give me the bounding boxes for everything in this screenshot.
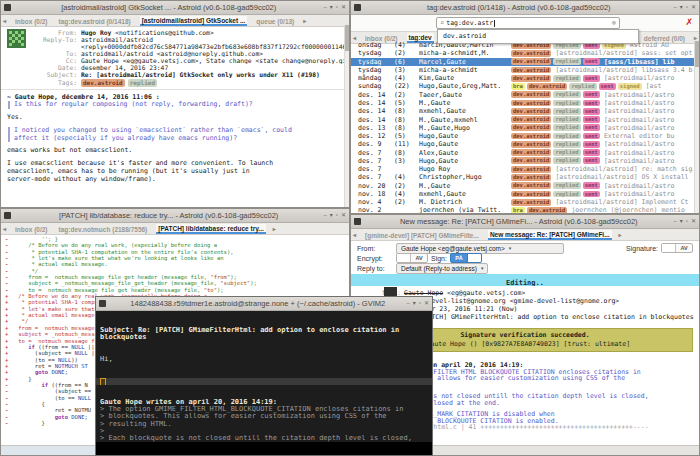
tab-scroll-left-icon[interactable]: ◂ (3, 225, 6, 232)
titlebar[interactable]: [astroidmail/astroid] GtkSocket ... - As… (1, 1, 349, 15)
tag-badge-sent: sent (583, 182, 600, 189)
tab-scroll-right-icon[interactable]: ▸ (694, 34, 697, 41)
tag-badge-sent: sent (583, 58, 600, 65)
thread-row[interactable]: des. 13(8)M.,Gaute,Hugodev.astroidreplie… (351, 124, 699, 132)
vim-command-line (96, 442, 432, 455)
thread-row[interactable]: sundag(22)Hugo,Gaute,Greg,Matt.bradev.as… (351, 82, 699, 90)
shade-icon[interactable]: – (673, 218, 676, 225)
date-value: desember 14, 2016 23:47 (81, 64, 168, 71)
tag-badge-replied: replied (553, 116, 580, 123)
scrollbar[interactable] (694, 41, 699, 213)
signature-toggle[interactable]: AV (661, 243, 693, 253)
thread-row[interactable]: nov. 2joernchen (via Twitt.bradev.astroi… (351, 206, 699, 213)
thread-authors: mxmehl,Gaute (419, 190, 511, 198)
maximize-icon[interactable]: ▫ (686, 4, 688, 11)
tab-dev-astroid[interactable]: tag:dev.astroid (0/1418) (57, 17, 133, 25)
thread-row[interactable]: tysdag(6)Marcel,Gautedev.astroidreplieds… (351, 58, 699, 66)
thread-row[interactable]: des. 7(4)Christopher,Hugodev.astroid[ast… (351, 173, 699, 181)
to-value: gmime-devel-list@gnome.org <gmime-devel-… (404, 297, 619, 305)
maximize-icon[interactable]: ▫ (419, 300, 421, 307)
thread-row[interactable]: des. 14(2)Taeer,Gautedev.astroidreplieds… (351, 91, 699, 99)
thread-date: nov. 2 (358, 206, 394, 213)
tab-scroll-right-icon[interactable]: ▸ (273, 225, 276, 232)
search-input[interactable]: ⌕ tag:dev.astr ⊗ (436, 17, 620, 29)
thread-row[interactable]: tysdag(3)micha-a-schmidtdev.astroid[astr… (351, 66, 699, 74)
thread-row[interactable]: nov. 4(2)M. Dietrichdev.astroid[astroidm… (351, 198, 699, 206)
thread-count: (8) (394, 149, 419, 157)
thread-tags: dev.astroidrepliedsent (511, 108, 602, 115)
tag-badge-replied: replied (553, 141, 580, 148)
minimize-icon[interactable]: ▾ (680, 4, 683, 11)
thread-row[interactable]: des. 14(5)M.,Gautedev.astroidrepliedsent… (351, 99, 699, 107)
tab-scroll-right-icon[interactable]: ▸ (303, 17, 306, 24)
tab-queue[interactable]: queue (0/13) (254, 17, 296, 25)
thread-row[interactable]: tysdag(2)micha-a-schmidt,M.dev.astroid[a… (351, 49, 699, 57)
thread-tags: dev.astroidrepliedsent (511, 100, 602, 107)
tab-inbox[interactable]: inbox (0/2) (13, 225, 50, 233)
thread-tags: dev.astroid (511, 174, 553, 181)
close-icon[interactable]: ✕ (341, 4, 346, 11)
tab-patch-lib-database[interactable]: [PATCH] lib/database: reduce try... (156, 224, 265, 234)
maximize-icon[interactable]: ▫ (336, 212, 338, 219)
scrollbar-thumb[interactable] (695, 41, 699, 67)
tab-scroll-left-icon[interactable]: ◂ (353, 231, 356, 238)
tab-tag-dev-notmuch[interactable]: tag:dev.notmuch (2188/7556) (57, 225, 150, 233)
minimize-icon[interactable]: ▾ (330, 212, 333, 219)
tab-gtksocket-thread[interactable]: [astroidmail/astroid] GtkSocket ... (140, 16, 248, 26)
close-icon[interactable]: ✕ (341, 212, 346, 219)
scrollbar-thumb[interactable] (345, 25, 349, 51)
thread-row[interactable]: des. 7(3)Hugo,Gautedev.astroidrepliedsen… (351, 157, 699, 165)
tab-inbox[interactable]: inbox (0/2) (13, 17, 50, 25)
body-line: emacsclient, emacs has to be running (bu… (7, 168, 343, 176)
maximize-icon[interactable]: ▫ (336, 4, 338, 11)
titlebar[interactable]: 1482488438.r59tdmer1e.astroid@strange.no… (96, 297, 432, 311)
vim-line: > blockquotes. This allows for easier cu… (100, 413, 428, 420)
tab-scroll-right-icon[interactable]: ▸ (619, 231, 622, 238)
shade-icon[interactable]: – (323, 4, 326, 11)
shade-icon[interactable]: – (673, 4, 676, 11)
maximize-icon[interactable]: ▫ (686, 218, 688, 225)
close-icon[interactable]: ✕ (691, 218, 696, 225)
sign-toggle[interactable]: PÅ (450, 253, 482, 263)
titlebar[interactable]: [PATCH] lib/database: reduce try... - As… (1, 209, 349, 223)
minimize-icon[interactable]: ▾ (330, 4, 333, 11)
tab-scroll-left-icon[interactable]: ◂ (3, 17, 6, 24)
date-label: Date: (33, 64, 77, 71)
shade-icon[interactable]: – (323, 212, 326, 219)
thread-count: (8) (394, 124, 419, 132)
thread-row[interactable]: nov. 18(4)mxmehl,Gautedev.astroidreplied… (351, 190, 699, 198)
tag-badge-sent: sent (583, 141, 600, 148)
thread-row[interactable]: des. 14(8)M.,Gaute,mxmehldev.astroidrepl… (351, 115, 699, 123)
vim-line: Subject: Re: [PATCH] GMimeFilterHtml: ad… (100, 327, 428, 334)
switch-knob (467, 254, 481, 262)
thread-row[interactable]: des. 7(8)Alex,Gautedev.astroidrepliedsen… (351, 148, 699, 156)
tag-badge-sent: sent (583, 108, 600, 115)
titlebar[interactable]: tag:dev.astroid (0/1418) - Astroid (v0.6… (351, 1, 699, 15)
search-suggestion-dropdown[interactable]: dev.astroid (437, 29, 639, 44)
close-icon[interactable]: ✕ (691, 4, 696, 11)
vim-edit-area[interactable]: Subject: Re: [PATCH] GMimeFilterHtml: ad… (96, 311, 432, 453)
clear-search-icon[interactable]: ⊗ (612, 19, 616, 27)
thread-row[interactable]: des. 7Hugo Roydev.astroid[astroidmail/as… (351, 165, 699, 173)
thread-row[interactable]: des. 9(11)Hugo,Gautedev.astroidrepliedse… (351, 140, 699, 148)
tag-badge-replied: replied (553, 124, 580, 131)
tab-new-message[interactable]: New message: Re: [PATCH] GMimeFi... (488, 230, 612, 240)
subject-value: Re: [PATCH] GMimeFilterHtml: add option … (404, 313, 694, 321)
thread-row[interactable]: måndag(4)Kim,Gautedev.astroidrepliedsent… (351, 74, 699, 82)
thread-row[interactable]: des. 12(5)Hugo,Gautedev.astroidrepliedse… (351, 132, 699, 140)
tab-scroll-left-icon[interactable]: ◂ (353, 34, 356, 41)
thread-row[interactable]: nov. 20(2)M.,Gautedev.astroidrepliedsent… (351, 182, 699, 190)
shade-icon[interactable]: – (406, 300, 409, 307)
tag-badge-dev.astroid: dev.astroid (511, 174, 551, 181)
thread-row[interactable]: des. 14(8)mxmehl,Gautedev.astroidreplied… (351, 107, 699, 115)
scrollbar[interactable] (344, 25, 349, 207)
from-select[interactable]: Gaute Hope <eg@gaute.vetsj.com> ▾ (396, 243, 564, 254)
cancel-search-icon[interactable]: ✗ (685, 17, 693, 27)
tab-gmime-devel-patch[interactable]: [gmime-devel] [PATCH] GMimeFilte... (363, 231, 481, 239)
close-icon[interactable]: ✕ (424, 300, 429, 307)
encrypt-toggle[interactable]: AV (396, 253, 428, 263)
minimize-icon[interactable]: ▾ (413, 300, 416, 307)
minimize-icon[interactable]: ▾ (680, 218, 683, 225)
replyto-select[interactable]: Default (Reply-to address) ▾ (396, 263, 488, 274)
titlebar[interactable]: New message: Re: [PATCH] GMimeFi... - As… (351, 215, 699, 229)
